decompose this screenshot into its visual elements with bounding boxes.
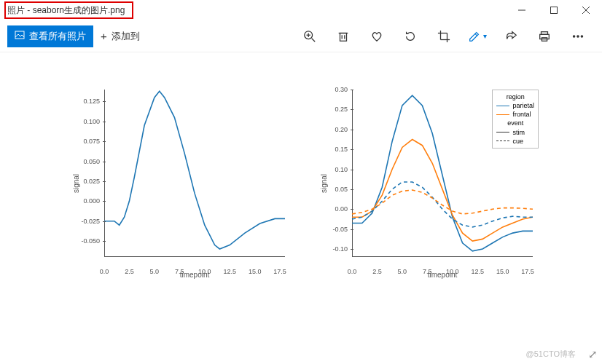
image-viewport: signal timepoint -0.050-0.0250.0000.0250… <box>0 52 602 335</box>
y-tick-label: 0.025 <box>60 178 104 185</box>
minimize-button[interactable] <box>506 0 538 20</box>
more-button[interactable] <box>561 20 595 52</box>
y-tick-label: 0.10 <box>308 166 352 173</box>
resize-grip-icon[interactable]: ⤢ <box>588 348 598 361</box>
window-controls <box>506 0 602 20</box>
x-tick-label: 0.0 <box>348 266 357 275</box>
legend-item: cue <box>496 137 534 146</box>
y-tick-label: 0.050 <box>60 158 104 165</box>
y-tick-label: 0.075 <box>60 138 104 145</box>
series-frontal_stim <box>352 140 533 242</box>
svg-point-21 <box>573 35 574 36</box>
x-tick-label: 5.0 <box>398 266 407 275</box>
x-tick-label: 10.0 <box>198 266 211 275</box>
x-tick-label: 12.5 <box>471 266 484 275</box>
svg-rect-9 <box>340 33 347 41</box>
legend-item: stim <box>496 128 534 137</box>
y-tick-label: 0.125 <box>60 98 104 105</box>
y-tick-label: 0.000 <box>60 197 104 205</box>
view-all-label: 查看所有照片 <box>29 30 86 43</box>
window-title: 照片 - seaborn生成的图片.png <box>4 1 133 19</box>
add-to-label: 添加到 <box>112 30 140 43</box>
svg-rect-19 <box>540 34 550 39</box>
y-tick-label: 0.15 <box>308 146 352 153</box>
toolbar: 查看所有照片 + 添加到 ▾ <box>0 20 602 52</box>
y-tick-label: 0.00 <box>308 205 352 213</box>
chart-right: signal timepoint regionparietalfrontalev… <box>308 85 542 282</box>
legend-item: frontal <box>496 110 534 119</box>
x-tick-label: 17.5 <box>521 266 534 275</box>
rotate-button[interactable] <box>394 20 427 52</box>
favorite-button[interactable] <box>360 20 394 52</box>
chart-left: signal timepoint -0.050-0.0250.0000.0250… <box>60 85 294 282</box>
maximize-button[interactable] <box>538 0 570 20</box>
svg-point-22 <box>577 35 579 36</box>
x-tick-label: 7.5 <box>423 266 432 275</box>
y-tick-label: -0.050 <box>60 237 104 245</box>
x-tick-label: 7.5 <box>175 266 184 275</box>
photo-icon <box>15 30 25 42</box>
y-tick-label: 0.25 <box>308 106 352 113</box>
chevron-down-icon: ▾ <box>483 32 487 40</box>
x-tick-label: 2.5 <box>372 266 382 275</box>
x-tick-label: 15.0 <box>249 266 262 275</box>
close-button[interactable] <box>570 0 602 20</box>
plus-icon: + <box>101 30 107 42</box>
plot-lines <box>104 90 285 257</box>
x-tick-label: 15.0 <box>496 266 509 275</box>
series-signal <box>104 91 285 249</box>
y-tick-label: 0.30 <box>308 86 352 93</box>
x-tick-label: 12.5 <box>223 266 236 275</box>
svg-line-6 <box>312 38 316 41</box>
add-to-button[interactable]: + 添加到 <box>93 25 147 47</box>
zoom-button[interactable] <box>293 20 327 52</box>
delete-button[interactable] <box>327 20 360 52</box>
x-tick-label: 0.0 <box>100 266 109 275</box>
legend-title: region <box>496 92 534 101</box>
watermark: @51CTO博客 <box>526 349 576 360</box>
legend-title: event <box>496 119 534 127</box>
x-tick-label: 5.0 <box>150 266 160 275</box>
y-tick-label: 0.20 <box>308 126 352 133</box>
x-tick-label: 2.5 <box>125 266 134 275</box>
view-all-photos-button[interactable]: 查看所有照片 <box>7 25 93 47</box>
y-tick-label: 0.100 <box>60 118 104 125</box>
share-button[interactable] <box>494 20 528 52</box>
y-tick-label: 0.05 <box>308 186 352 193</box>
svg-line-17 <box>475 33 477 36</box>
edit-button[interactable]: ▾ <box>461 20 494 52</box>
title-bar: 照片 - seaborn生成的图片.png <box>0 0 602 20</box>
y-tick-label: -0.025 <box>60 218 104 225</box>
svg-rect-1 <box>551 7 558 14</box>
y-tick-label: -0.10 <box>308 245 352 253</box>
svg-point-23 <box>581 35 582 36</box>
print-button[interactable] <box>528 20 561 52</box>
legend: regionparietalfrontaleventstimcue <box>492 90 539 149</box>
x-tick-label: 17.5 <box>273 266 286 275</box>
legend-item: parietal <box>496 101 534 110</box>
svg-rect-4 <box>15 31 24 39</box>
y-tick-label: -0.05 <box>308 226 352 233</box>
x-tick-label: 10.0 <box>446 266 459 275</box>
crop-button[interactable] <box>427 20 461 52</box>
